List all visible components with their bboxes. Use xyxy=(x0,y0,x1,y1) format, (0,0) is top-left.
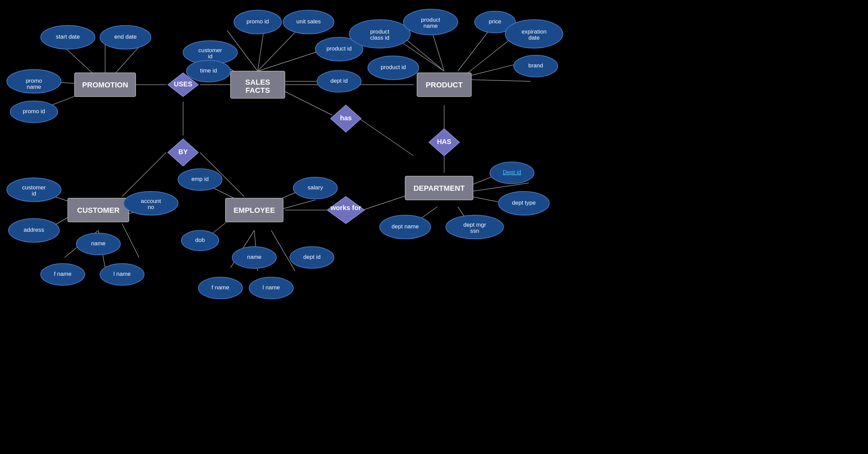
attr-employee-name-label: name xyxy=(247,254,262,260)
attr-sf-promo-id-label: promo id xyxy=(246,18,269,25)
attr-customer-lname-label: l name xyxy=(113,271,131,277)
attr-sf-product-id-label: product id xyxy=(327,45,352,52)
attr-customer-id-label: customer xyxy=(22,184,46,191)
attr-dept-type-label: dept type xyxy=(512,200,536,206)
er-diagram: PROMOTION SALES FACTS PRODUCT CUSTOMER E… xyxy=(0,0,868,454)
svg-line-43 xyxy=(271,230,295,271)
attr-expiration-date-label2: date xyxy=(528,35,539,41)
attr-product-name-label2: name xyxy=(423,23,438,29)
entity-promotion-label: PROMOTION xyxy=(82,81,128,89)
svg-line-44 xyxy=(278,200,315,210)
attr-end-date-label: end date xyxy=(114,34,137,40)
entity-product-label: PRODUCT xyxy=(426,81,463,89)
rel-has-dept-label: has xyxy=(340,114,352,122)
attr-dob-label: dob xyxy=(195,237,205,243)
svg-line-21 xyxy=(458,27,492,71)
attr-account-no-label2: no xyxy=(148,204,154,210)
attr-account-no-label: account xyxy=(141,198,161,204)
attr-sf-customer-id-label: customer xyxy=(198,47,222,54)
attr-customer-fname-label: f name xyxy=(54,271,72,277)
attr-product-class-id-label2: class id xyxy=(370,35,390,41)
svg-line-31 xyxy=(122,152,166,197)
attr-promo-name-label2: name xyxy=(27,84,41,90)
attr-dept-mgr-ssn-label: dept mgr xyxy=(463,222,486,228)
attr-promo-name-label: promo xyxy=(26,78,42,84)
svg-line-37 xyxy=(122,224,139,257)
attr-product-class-id-label: product xyxy=(370,28,390,35)
rel-has-product-label: HAS xyxy=(437,138,451,145)
attr-employee-lname-label: l name xyxy=(262,284,280,291)
attr-sf-unit-sales-label: unit sales xyxy=(296,18,321,25)
attr-dept-mgr-ssn-label2: ssn xyxy=(470,228,479,234)
attr-sf-dept-id-label: dept id xyxy=(330,78,348,84)
attr-employee-fname-label: f name xyxy=(212,284,229,291)
attr-dept-id-pk-label: Dept id xyxy=(503,169,521,176)
attr-sf-customer-id-label2: id xyxy=(208,53,212,60)
entity-department-label: DEPARTMENT xyxy=(413,184,465,192)
attr-expiration-date-label: expiration xyxy=(521,28,547,35)
attr-brand-label: brand xyxy=(528,62,543,69)
svg-line-29 xyxy=(471,183,529,191)
attr-dept-name-label: dept name xyxy=(392,223,419,230)
attr-product-name-label: product xyxy=(421,17,440,23)
attr-customer-address-label: address xyxy=(24,227,44,233)
entity-sales-facts-label2: FACTS xyxy=(245,86,270,95)
attr-start-date-label: start date xyxy=(56,34,80,40)
svg-line-15 xyxy=(359,119,414,156)
attr-emp-id-label: emp id xyxy=(191,176,209,182)
attr-price-label: price xyxy=(489,18,501,25)
rel-by-label: BY xyxy=(178,148,188,156)
svg-line-13 xyxy=(285,91,332,115)
attr-product-id-label: product id xyxy=(381,64,406,70)
rel-uses-label: USES xyxy=(174,80,192,88)
entity-customer-label: CUSTOMER xyxy=(77,206,120,214)
entity-sales-facts-label: SALES xyxy=(245,78,270,86)
attr-promo-id-label: promo id xyxy=(23,108,45,115)
attr-customer-name-label: name xyxy=(91,240,106,247)
rel-works-for-label: works for xyxy=(330,204,361,211)
svg-line-24 xyxy=(468,80,531,81)
attr-employee-dept-id-label: dept id xyxy=(303,254,320,260)
entity-employee-label: EMPLOYEE xyxy=(234,206,275,214)
attr-sf-time-id-label: time id xyxy=(200,67,217,74)
attr-salary-label: salary xyxy=(308,184,323,191)
attr-customer-id-label2: id xyxy=(32,190,36,197)
